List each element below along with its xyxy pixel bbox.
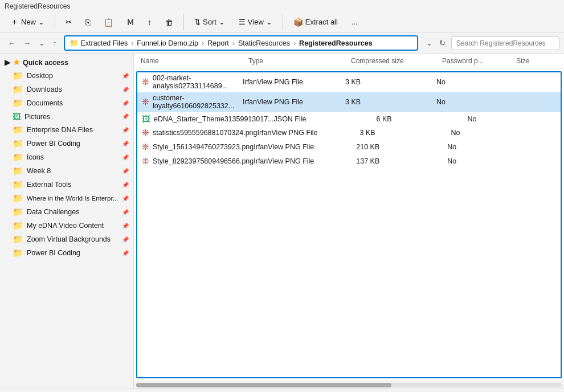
sidebar-label-video: My eDNA Video Content [27,222,104,230]
plus-icon: ＋ [10,17,19,27]
crumb-4: StaticResources [238,39,290,47]
up-button[interactable]: ↑ [50,36,60,50]
sidebar-item-where[interactable]: 📁 Where in the World Is Enterpr... 📌 [0,191,133,205]
col-header-password[interactable]: Password p... [440,56,514,66]
toolbar: ＋ New ⌄ ✂ ⎘ 📋 𝖬 ↑ 🗑 ⇅ Sort ⌄ ☰ View ⌄ 📦 … [0,11,564,33]
col-header-type[interactable]: Type [246,56,349,66]
sidebar-item-desktop[interactable]: 📁 Desktop 📌 [0,69,133,83]
pin-icon-pbi: 📌 [122,141,129,147]
toolbar-sep-2 [183,14,184,30]
folder-icon-desktop: 📁 [13,71,23,81]
view-label: View [248,18,264,26]
file-name-3: statistics5955596881070324.png [153,129,257,137]
file-list: ❊ 002-market-analysis02733114689... Irfa… [136,71,562,378]
sep-3: › [232,39,235,47]
horizontal-scrollbar[interactable] [136,383,562,387]
back-button[interactable]: ← [5,36,19,50]
sidebar-item-pbi-coding-2[interactable]: 📁 Power BI Coding 📌 [0,246,133,260]
sort-icon: ⇅ [194,18,201,26]
file-compressed-2: 6 KB [377,115,468,123]
sidebar-item-week8[interactable]: 📁 Week 8 📌 [0,164,133,178]
sidebar-item-external-tools[interactable]: 📁 External Tools 📌 [0,178,133,191]
refresh-button[interactable]: ↻ [437,38,448,48]
more-button[interactable]: ... [346,15,363,29]
extract-button[interactable]: 📦 Extract all [288,15,344,30]
table-row[interactable]: ❊ statistics5955596881070324.png IrfanVi… [137,126,561,140]
sidebar-label-dc: Data Challenges [27,208,79,216]
addr-dropdown-button[interactable]: ⌄ [424,38,435,48]
sidebar-label-pbi2: Power BI Coding [27,249,80,257]
sidebar-item-edna[interactable]: 📁 Enterprise DNA Files 📌 [0,123,133,137]
sort-label: Sort [203,18,216,26]
sidebar-item-documents[interactable]: 📁 Documents 📌 [0,96,133,110]
sidebar-item-pictures[interactable]: 🖼 Pictures 📌 [0,110,133,123]
file-compressed-4: 210 KB [356,143,447,151]
sep-2: › [202,39,204,47]
rename-icon: 𝖬 [127,18,134,27]
content-area: Name Type Compressed size Password p... … [134,54,564,389]
col-header-name[interactable]: Name [138,56,246,66]
sidebar: ▶ ★ Quick access 📁 Desktop 📌 📁 Downloads… [0,54,134,389]
sort-button[interactable]: ⇅ Sort ⌄ [189,15,231,29]
sidebar-label-edna: Enterprise DNA Files [27,126,93,134]
quick-access-header[interactable]: ▶ ★ Quick access [0,56,133,69]
file-password-1: No [436,98,510,106]
file-type-2: JSON File [274,115,377,123]
col-header-size[interactable]: Size [514,56,559,66]
column-headers: Name Type Compressed size Password p... … [134,54,564,69]
col-header-compressed[interactable]: Compressed size [349,56,440,66]
sidebar-label-ext: External Tools [27,181,71,189]
sidebar-label-week8: Week 8 [27,167,51,175]
rename-button[interactable]: 𝖬 [121,15,140,30]
cut-button[interactable]: ✂ [60,15,77,29]
title-bar-text: RegisteredResources [5,2,70,10]
crumb-3: Report [207,39,229,47]
sidebar-label-icons: Icons [27,153,44,161]
address-actions: ⌄ ↻ [424,38,448,48]
sidebar-item-downloads[interactable]: 📁 Downloads 📌 [0,83,133,96]
main-layout: ▶ ★ Quick access 📁 Desktop 📌 📁 Downloads… [0,54,564,389]
file-type-1: IrfanView PNG File [243,98,345,106]
file-name-5: Style_82923975809496566.png [153,157,254,165]
file-compressed-3: 3 KB [359,129,451,137]
delete-button[interactable]: 🗑 [160,15,179,30]
file-name-cell-2: 🖼 eDNA_Starter_Theme31359913017... [142,114,274,124]
view-button[interactable]: ☰ View ⌄ [233,15,278,29]
cut-icon: ✂ [66,18,72,26]
address-box[interactable]: 📁 Extracted Files › Funnel.io Demo.zip ›… [64,35,419,51]
nav-chevron-button[interactable]: ⌄ [35,36,48,50]
sidebar-item-video[interactable]: 📁 My eDNA Video Content 📌 [0,219,133,232]
toolbar-sep-1 [55,14,55,30]
new-button[interactable]: ＋ New ⌄ [5,14,50,30]
file-name-1: customer-loyalty66106092825332... [153,94,243,110]
folder-icon-pbi2: 📁 [13,248,23,258]
sidebar-item-icons[interactable]: 📁 Icons 📌 [0,150,133,164]
address-bar-row: ← → ⌄ ↑ 📁 Extracted Files › Funnel.io De… [0,33,564,54]
share-button[interactable]: ↑ [142,15,157,30]
table-row[interactable]: 🖼 eDNA_Starter_Theme31359913017... JSON … [137,112,561,126]
file-password-3: No [451,129,525,137]
file-name-4: Style_15613494760273923.png [153,143,254,151]
json-icon-2: 🖼 [142,114,150,124]
search-input[interactable] [451,36,559,50]
delete-icon: 🗑 [165,18,173,27]
sidebar-item-data-challenges[interactable]: 📁 Data Challenges 📌 [0,205,133,219]
file-name-2: eDNA_Starter_Theme31359913017... [154,115,274,123]
title-bar: RegisteredResources [0,0,564,11]
forward-button[interactable]: → [20,36,34,50]
sidebar-item-zoom[interactable]: 📁 Zoom Virtual Backgrounds 📌 [0,232,133,246]
pin-icon-pbi2: 📌 [122,250,129,256]
sidebar-item-pbi-coding[interactable]: 📁 Power BI Coding 📌 [0,137,133,150]
paste-button[interactable]: 📋 [98,15,119,30]
table-row[interactable]: ❊ 002-market-analysis02733114689... Irfa… [137,72,561,92]
pin-icon-ext: 📌 [122,182,129,188]
table-row[interactable]: ❊ Style_82923975809496566.png IrfanView … [137,154,561,169]
copy-button[interactable]: ⎘ [80,15,96,30]
file-type-0: IrfanView PNG File [243,78,345,86]
nav-buttons: ← → ⌄ ↑ [5,36,60,50]
pin-icon-pictures: 📌 [122,113,129,120]
table-row[interactable]: ❊ Style_15613494760273923.png IrfanView … [137,140,561,154]
table-row[interactable]: ❊ customer-loyalty66106092825332... Irfa… [137,92,561,112]
pin-icon-desktop: 📌 [122,73,129,79]
sidebar-label-where: Where in the World Is Enterpr... [27,195,118,202]
